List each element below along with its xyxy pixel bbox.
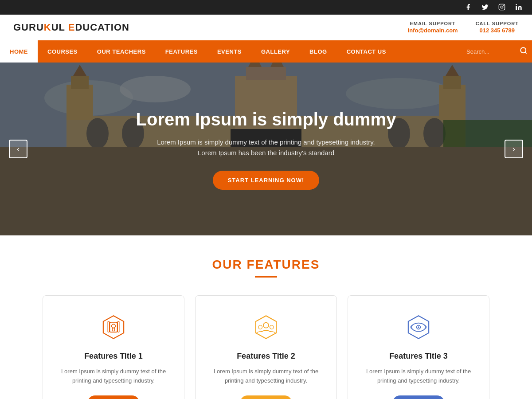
search-input[interactable] bbox=[466, 48, 520, 55]
phone-support-block: CALL SUPPORT 012 345 6789 bbox=[476, 21, 519, 34]
twitter-icon bbox=[481, 3, 489, 12]
main-nav: HOME COURSES OUR TEACHERS FEATURES EVENT… bbox=[0, 40, 532, 63]
hero-subtitle-line2: Lorem Ipsum has been the industry's stan… bbox=[198, 149, 334, 156]
logo-text: GURUKUL EDUCATION bbox=[13, 22, 129, 33]
svg-rect-0 bbox=[499, 4, 505, 10]
feature-card-1: Features Title 1 Lorem Ipsum is simply d… bbox=[43, 295, 184, 399]
hero-next-button[interactable]: › bbox=[505, 140, 523, 158]
feature-icon-3 bbox=[403, 312, 434, 343]
feature-desc-1: Lorem Ipsum is simply dummy text of the … bbox=[54, 367, 173, 386]
feature-desc-3: Lorem Ipsum is simply dummy text of the … bbox=[359, 367, 478, 386]
hero-slider: ‹ Lorem Ipsum is simply dummy Lorem Ipsu… bbox=[0, 63, 532, 235]
feature-title-1: Features Title 1 bbox=[54, 352, 173, 361]
nav-courses[interactable]: COURSES bbox=[38, 40, 87, 63]
header: GURUKUL EDUCATION EMAIL SUPPORT info@dom… bbox=[0, 15, 532, 40]
nav-search bbox=[466, 47, 532, 56]
email-label: EMAIL SUPPORT bbox=[408, 21, 458, 26]
facebook-link[interactable] bbox=[464, 3, 473, 12]
facebook-icon bbox=[464, 3, 473, 12]
logo: GURUKUL EDUCATION bbox=[13, 22, 129, 33]
svg-point-3 bbox=[516, 4, 517, 5]
instagram-link[interactable] bbox=[497, 3, 506, 12]
nav-events[interactable]: EVENTS bbox=[207, 40, 251, 63]
nav-blog[interactable]: BLOG bbox=[300, 40, 337, 63]
svg-point-42 bbox=[263, 323, 269, 328]
instagram-icon bbox=[497, 3, 506, 12]
twitter-link[interactable] bbox=[481, 3, 489, 12]
email-value: info@domain.com bbox=[408, 27, 458, 34]
svg-rect-38 bbox=[112, 328, 114, 331]
contact-info: EMAIL SUPPORT info@domain.com CALL SUPPO… bbox=[408, 21, 519, 34]
svg-line-5 bbox=[525, 52, 526, 53]
chevron-right-icon: › bbox=[512, 145, 515, 154]
feature-title-3: Features Title 3 bbox=[359, 352, 478, 361]
features-section-title: OUR FEATURES bbox=[13, 258, 519, 272]
nav-gallery[interactable]: GALLERY bbox=[251, 40, 300, 63]
nav-contact-us[interactable]: CONTACT US bbox=[337, 40, 396, 63]
social-bar bbox=[0, 0, 532, 15]
svg-rect-40 bbox=[117, 321, 119, 332]
search-icon[interactable] bbox=[520, 47, 528, 56]
features-section: OUR FEATURES Features Title 1 Lorem Ipsu… bbox=[0, 235, 532, 399]
nav-our-teachers[interactable]: OUR TEACHERS bbox=[87, 40, 156, 63]
feature-icon-2 bbox=[250, 312, 282, 343]
hero-content: Lorem Ipsum is simply dummy Lorem Ipsum … bbox=[127, 109, 405, 190]
feature-readmore-btn-2[interactable]: Read More bbox=[240, 395, 293, 399]
hero-prev-button[interactable]: ‹ bbox=[9, 140, 27, 158]
svg-point-1 bbox=[501, 6, 503, 8]
feature-card-3: Features Title 3 Lorem Ipsum is simply d… bbox=[348, 295, 489, 399]
svg-point-4 bbox=[520, 47, 526, 53]
svg-point-43 bbox=[258, 325, 262, 329]
feature-card-2: Features Title 2 Lorem Ipsum is simply d… bbox=[195, 295, 337, 399]
hero-cta-button[interactable]: START LEARNING NOW! bbox=[213, 171, 320, 190]
svg-marker-41 bbox=[256, 316, 276, 338]
svg-rect-36 bbox=[110, 322, 117, 332]
svg-point-2 bbox=[503, 5, 504, 6]
svg-point-48 bbox=[418, 326, 419, 328]
nav-features[interactable]: FEATURES bbox=[156, 40, 207, 63]
linkedin-link[interactable] bbox=[514, 3, 523, 12]
hero-subtitle-line1: Lorem Ipsum is simply dummy text of the … bbox=[157, 138, 375, 146]
phone-label: CALL SUPPORT bbox=[476, 21, 519, 26]
feature-readmore-btn-1[interactable]: Read More bbox=[87, 395, 140, 399]
feature-icon-1 bbox=[98, 312, 129, 343]
feature-readmore-btn-3[interactable]: Read More bbox=[392, 395, 445, 399]
svg-point-44 bbox=[270, 325, 274, 329]
svg-point-37 bbox=[112, 324, 116, 328]
feature-desc-2: Lorem Ipsum is simply dummy text of the … bbox=[206, 367, 326, 386]
linkedin-icon bbox=[514, 3, 523, 12]
email-support-block: EMAIL SUPPORT info@domain.com bbox=[408, 21, 458, 34]
chevron-left-icon: ‹ bbox=[17, 145, 20, 154]
features-grid: Features Title 1 Lorem Ipsum is simply d… bbox=[22, 295, 510, 399]
hero-subtitle: Lorem Ipsum is simply dummy text of the … bbox=[136, 137, 396, 158]
hero-title: Lorem Ipsum is simply dummy bbox=[136, 109, 396, 130]
feature-title-2: Features Title 2 bbox=[206, 352, 326, 361]
svg-rect-39 bbox=[108, 321, 109, 332]
section-divider bbox=[255, 276, 277, 278]
nav-home[interactable]: HOME bbox=[0, 40, 38, 63]
phone-value: 012 345 6789 bbox=[480, 27, 515, 34]
svg-marker-35 bbox=[103, 316, 124, 338]
